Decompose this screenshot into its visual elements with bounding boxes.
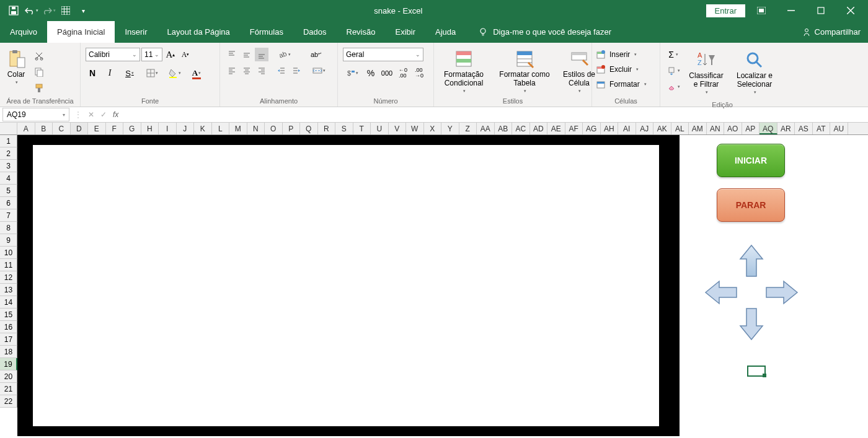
autosum-icon[interactable]: Σ▾ xyxy=(664,48,683,61)
col-header-K[interactable]: K xyxy=(194,123,212,134)
selected-cell[interactable] xyxy=(747,366,766,377)
col-header-X[interactable]: X xyxy=(424,123,442,134)
col-header-Y[interactable]: Y xyxy=(441,123,459,134)
col-header-U[interactable]: U xyxy=(371,123,389,134)
col-header-AF[interactable]: AF xyxy=(565,123,583,134)
col-header-F[interactable]: F xyxy=(106,123,124,134)
qat-customize-icon[interactable]: ▾ xyxy=(76,3,91,18)
qat-grid-icon[interactable] xyxy=(58,3,73,18)
col-header-AP[interactable]: AP xyxy=(742,123,760,134)
enter-formula-icon[interactable]: ✓ xyxy=(100,110,107,119)
col-header-AG[interactable]: AG xyxy=(583,123,601,134)
redo-icon[interactable]: ▾ xyxy=(41,3,56,18)
col-header-C[interactable]: C xyxy=(53,123,71,134)
col-header-AB[interactable]: AB xyxy=(495,123,513,134)
find-select-button[interactable]: Localizar e Selecionar▾ xyxy=(730,48,779,97)
col-header-E[interactable]: E xyxy=(88,123,106,134)
align-top-icon[interactable] xyxy=(225,48,239,61)
increase-decimal-icon[interactable]: ←0.00 xyxy=(396,66,410,80)
stop-button[interactable]: PARAR xyxy=(717,188,785,222)
col-header-W[interactable]: W xyxy=(406,123,424,134)
decrease-indent-icon[interactable] xyxy=(275,64,288,77)
row-header-12[interactable]: 12 xyxy=(0,271,17,284)
tab-file[interactable]: Arquivo xyxy=(0,21,47,43)
close-icon[interactable] xyxy=(837,2,864,19)
col-header-O[interactable]: O xyxy=(265,123,283,134)
col-header-G[interactable]: G xyxy=(123,123,141,134)
row-header-11[interactable]: 11 xyxy=(0,259,17,271)
fill-color-icon[interactable]: ▾ xyxy=(165,66,184,80)
row-header-15[interactable]: 15 xyxy=(0,309,17,321)
comma-style-icon[interactable]: 000 xyxy=(380,66,394,80)
decrease-decimal-icon[interactable]: .00→0 xyxy=(412,66,426,80)
row-header-10[interactable]: 10 xyxy=(0,247,17,259)
delete-cells-button[interactable]: Excluir▾ xyxy=(596,63,639,76)
row-header-5[interactable]: 5 xyxy=(0,185,17,197)
merge-center-icon[interactable]: ▾ xyxy=(309,64,328,77)
select-all-corner[interactable] xyxy=(0,123,17,135)
col-header-AQ[interactable]: AQ xyxy=(760,123,777,134)
col-header-AL[interactable]: AL xyxy=(671,123,689,134)
ribbon-display-options-icon[interactable] xyxy=(748,2,775,19)
row-header-4[interactable]: 4 xyxy=(0,172,17,185)
wrap-text-icon[interactable]: ab↵ xyxy=(309,48,323,61)
row-header-18[interactable]: 18 xyxy=(0,346,17,358)
col-header-A[interactable]: A xyxy=(17,123,35,134)
col-header-AT[interactable]: AT xyxy=(813,123,831,134)
align-right-icon[interactable] xyxy=(255,64,268,77)
row-header-20[interactable]: 20 xyxy=(0,370,17,383)
orientation-icon[interactable]: ab▾ xyxy=(275,48,293,61)
col-header-AU[interactable]: AU xyxy=(830,123,848,134)
tab-review[interactable]: Revisão xyxy=(337,21,386,43)
row-header-22[interactable]: 22 xyxy=(0,395,17,408)
insert-cells-button[interactable]: Inserir▾ xyxy=(596,48,637,61)
col-header-AH[interactable]: AH xyxy=(601,123,619,134)
minimize-icon[interactable] xyxy=(777,2,805,19)
format-as-table-button[interactable]: Formatar como Tabela▾ xyxy=(494,46,556,96)
tab-data[interactable]: Dados xyxy=(293,21,337,43)
tab-insert[interactable]: Inserir xyxy=(115,21,157,43)
conditional-formatting-button[interactable]: Formatação Condicional▾ xyxy=(436,46,491,96)
col-header-L[interactable]: L xyxy=(212,123,230,134)
col-header-AA[interactable]: AA xyxy=(477,123,495,134)
tell-me-search[interactable]: Diga-me o que você deseja fazer xyxy=(478,21,611,43)
arrow-down-button[interactable] xyxy=(738,306,765,341)
number-format-combo[interactable]: Geral⌄ xyxy=(343,48,423,61)
font-name-combo[interactable]: Calibri⌄ xyxy=(86,48,140,61)
accounting-format-icon[interactable]: $▾ xyxy=(343,66,361,80)
row-header-9[interactable]: 9 xyxy=(0,234,17,247)
format-painter-icon[interactable] xyxy=(32,81,46,95)
bold-button[interactable]: N xyxy=(86,66,99,80)
row-header-6[interactable]: 6 xyxy=(0,197,17,209)
col-header-M[interactable]: M xyxy=(229,123,247,134)
row-header-8[interactable]: 8 xyxy=(0,222,17,234)
col-header-AE[interactable]: AE xyxy=(547,123,565,134)
tab-layout[interactable]: Layout da Página xyxy=(157,21,240,43)
row-header-13[interactable]: 13 xyxy=(0,284,17,296)
italic-button[interactable]: I xyxy=(103,66,117,80)
font-size-combo[interactable]: 11⌄ xyxy=(141,48,162,61)
arrow-right-button[interactable] xyxy=(764,279,799,306)
col-header-AI[interactable]: AI xyxy=(618,123,636,134)
col-header-V[interactable]: V xyxy=(389,123,407,134)
row-header-16[interactable]: 16 xyxy=(0,321,17,333)
col-header-Q[interactable]: Q xyxy=(300,123,318,134)
paste-button[interactable]: Colar ▾ xyxy=(2,46,30,87)
col-header-H[interactable]: H xyxy=(141,123,159,134)
col-header-AR[interactable]: AR xyxy=(777,123,795,134)
format-cells-button[interactable]: Formatar▾ xyxy=(596,77,647,91)
col-header-B[interactable]: B xyxy=(35,123,53,134)
share-button[interactable]: Compartilhar xyxy=(802,21,868,43)
fill-icon[interactable]: ▾ xyxy=(664,64,683,77)
align-bottom-icon[interactable] xyxy=(255,48,268,61)
cancel-formula-icon[interactable]: ✕ xyxy=(88,110,94,119)
copy-icon[interactable] xyxy=(32,65,46,79)
decrease-font-icon[interactable]: A▾ xyxy=(179,48,192,61)
col-header-T[interactable]: T xyxy=(353,123,371,134)
sort-filter-button[interactable]: AZ Classificar e Filtrar▾ xyxy=(684,48,728,97)
col-header-P[interactable]: P xyxy=(283,123,301,134)
tab-home[interactable]: Página Inicial xyxy=(47,21,115,43)
fx-icon[interactable]: fx xyxy=(113,110,118,119)
row-header-14[interactable]: 14 xyxy=(0,296,17,309)
row-header-2[interactable]: 2 xyxy=(0,147,17,160)
